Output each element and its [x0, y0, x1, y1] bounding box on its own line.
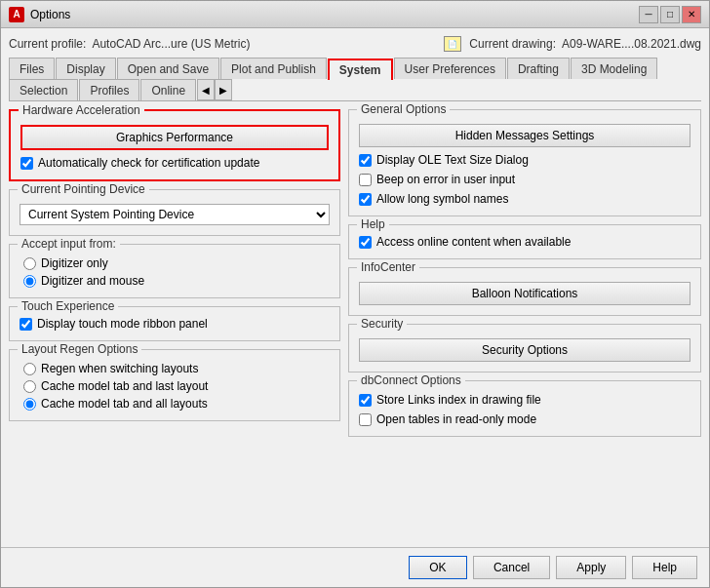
beep-error-checkbox[interactable]: [359, 174, 372, 186]
hardware-title: Hardware Acceleration: [19, 103, 144, 117]
general-options-title: General Options: [357, 102, 450, 116]
tab-drafting[interactable]: Drafting: [507, 58, 570, 79]
pointing-dropdown-row: Current System Pointing Device: [20, 204, 330, 225]
drawing-label: Current drawing:: [469, 37, 556, 51]
help-button[interactable]: Help: [632, 556, 697, 579]
regen-switching-label: Regen when switching layouts: [41, 362, 198, 375]
tab-nav-back[interactable]: ◀: [197, 79, 215, 100]
long-symbol-checkbox[interactable]: [359, 193, 372, 206]
tab-user-prefs[interactable]: User Preferences: [394, 58, 506, 79]
digitizer-only-label: Digitizer only: [41, 256, 108, 270]
close-button[interactable]: ✕: [682, 6, 701, 23]
digitizer-only-row: Digitizer only: [23, 256, 330, 270]
cert-update-row: Automatically check for certification up…: [20, 156, 329, 170]
ole-text-row: Display OLE Text Size Dialog: [359, 153, 690, 167]
app-icon: A: [9, 7, 24, 22]
digitizer-mouse-radio[interactable]: [23, 275, 36, 288]
store-links-row: Store Links index in drawing file: [359, 393, 690, 407]
input-radio-group: Digitizer only Digitizer and mouse: [23, 256, 330, 288]
cache-last-row: Cache model tab and last layout: [23, 379, 330, 393]
pointing-device-group: Current Pointing Device Current System P…: [9, 189, 340, 236]
cancel-button[interactable]: Cancel: [473, 556, 550, 579]
maximize-button[interactable]: □: [660, 6, 680, 23]
ole-text-label: Display OLE Text Size Dialog: [376, 153, 529, 167]
options-window: A Options ─ □ ✕ Current profile: AutoCAD…: [0, 0, 710, 588]
layout-radio-group: Regen when switching layouts Cache model…: [23, 362, 330, 411]
dbconnect-title: dbConnect Options: [357, 373, 465, 387]
dbconnect-content: Store Links index in drawing file Open t…: [359, 393, 690, 426]
pointing-device-title: Current Pointing Device: [18, 182, 149, 196]
accept-input-title: Accept input from:: [18, 237, 120, 251]
online-content-label: Access online content when available: [376, 235, 571, 249]
open-tables-row: Open tables in read-only mode: [359, 412, 690, 426]
cache-all-label: Cache model tab and all layouts: [41, 397, 208, 411]
infocenter-group: InfoCenter Balloon Notifications: [348, 267, 701, 316]
open-tables-checkbox[interactable]: [359, 413, 372, 426]
digitizer-mouse-label: Digitizer and mouse: [41, 274, 144, 288]
digitizer-only-radio[interactable]: [23, 257, 36, 270]
long-symbol-label: Allow long symbol names: [376, 192, 508, 206]
tab-online[interactable]: Online: [140, 79, 196, 100]
general-options-content: Hidden Messages Settings Display OLE Tex…: [359, 124, 690, 206]
digitizer-mouse-row: Digitizer and mouse: [23, 274, 330, 288]
tab-system[interactable]: System: [328, 59, 393, 80]
right-panel: General Options Hidden Messages Settings…: [348, 109, 701, 539]
tab-files[interactable]: Files: [9, 58, 55, 79]
online-content-checkbox[interactable]: [359, 236, 372, 249]
touch-ribbon-label: Display touch mode ribbon panel: [37, 317, 208, 331]
touch-experience-title: Touch Experience: [18, 299, 118, 313]
profile-value: AutoCAD Arc...ure (US Metric): [92, 37, 250, 51]
tab-plot-publish[interactable]: Plot and Publish: [220, 58, 327, 79]
tab-display[interactable]: Display: [56, 58, 115, 79]
dbconnect-group: dbConnect Options Store Links index in d…: [348, 380, 701, 437]
main-content: Hardware Acceleration Graphics Performan…: [9, 101, 701, 539]
window-title: Options: [30, 8, 70, 21]
help-title: Help: [357, 217, 389, 231]
general-options-group: General Options Hidden Messages Settings…: [348, 109, 701, 216]
open-tables-label: Open tables in read-only mode: [376, 412, 536, 426]
hardware-acceleration-group: Hardware Acceleration Graphics Performan…: [9, 109, 340, 181]
profile-row: Current profile: AutoCAD Arc...ure (US M…: [9, 36, 701, 52]
online-content-row: Access online content when available: [359, 235, 690, 249]
store-links-label: Store Links index in drawing file: [376, 393, 541, 407]
graphics-performance-button[interactable]: Graphics Performance: [20, 125, 329, 150]
apply-button[interactable]: Apply: [556, 556, 626, 579]
tab-profiles[interactable]: Profiles: [79, 79, 139, 100]
tab-3d-modeling[interactable]: 3D Modeling: [571, 58, 657, 79]
content-area: Current profile: AutoCAD Arc...ure (US M…: [1, 28, 709, 547]
security-title: Security: [357, 317, 407, 331]
help-group: Help Access online content when availabl…: [348, 224, 701, 259]
title-bar: A Options ─ □ ✕: [1, 1, 709, 28]
bottom-bar: OK Cancel Apply Help: [1, 547, 709, 587]
ole-text-checkbox[interactable]: [359, 154, 372, 167]
cert-update-label: Automatically check for certification up…: [38, 156, 259, 170]
title-bar-left: A Options: [9, 7, 70, 22]
cert-update-checkbox[interactable]: [20, 157, 33, 170]
minimize-button[interactable]: ─: [639, 6, 658, 23]
cache-all-radio[interactable]: [23, 398, 36, 411]
infocenter-title: InfoCenter: [357, 260, 419, 274]
tab-open-save[interactable]: Open and Save: [117, 58, 219, 79]
touch-experience-group: Touch Experience Display touch mode ribb…: [9, 306, 340, 341]
drawing-icon: 📄: [444, 36, 461, 52]
left-panel: Hardware Acceleration Graphics Performan…: [9, 109, 340, 539]
tab-nav-forward[interactable]: ▶: [215, 79, 232, 100]
cache-last-radio[interactable]: [23, 380, 36, 393]
ok-button[interactable]: OK: [409, 556, 467, 579]
regen-switching-radio[interactable]: [23, 363, 36, 375]
hidden-messages-button[interactable]: Hidden Messages Settings: [359, 124, 690, 147]
beep-error-row: Beep on error in user input: [359, 173, 690, 186]
balloon-notifications-button[interactable]: Balloon Notifications: [359, 282, 690, 305]
beep-error-label: Beep on error in user input: [376, 173, 515, 186]
layout-regen-group: Layout Regen Options Regen when switchin…: [9, 349, 340, 421]
touch-ribbon-row: Display touch mode ribbon panel: [20, 317, 330, 331]
store-links-checkbox[interactable]: [359, 394, 372, 407]
touch-ribbon-checkbox[interactable]: [20, 318, 32, 331]
accept-input-group: Accept input from: Digitizer only Digiti…: [9, 244, 340, 298]
tab-selection[interactable]: Selection: [9, 79, 78, 100]
pointing-device-select[interactable]: Current System Pointing Device: [20, 204, 330, 225]
regen-switching-row: Regen when switching layouts: [23, 362, 330, 375]
tabs-bar: Files Display Open and Save Plot and Pub…: [9, 58, 701, 101]
long-symbol-row: Allow long symbol names: [359, 192, 690, 206]
security-options-button[interactable]: Security Options: [359, 338, 690, 362]
